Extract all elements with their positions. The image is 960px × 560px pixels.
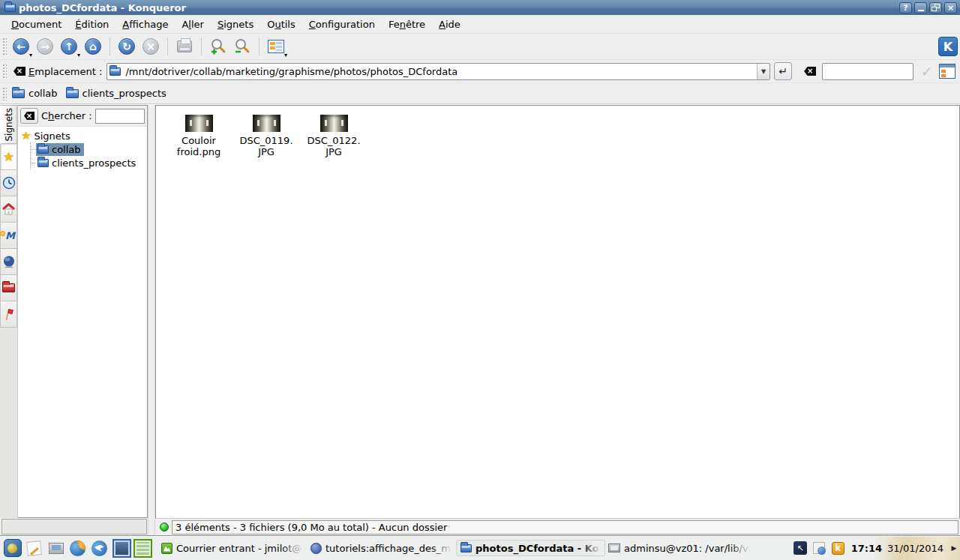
kmenu-icon <box>4 539 22 557</box>
stop-button[interactable]: × <box>140 35 162 58</box>
search-input[interactable] <box>95 109 145 124</box>
view-mode-button[interactable]: ▾ <box>265 35 287 58</box>
view-profile-icon[interactable] <box>939 64 956 79</box>
location-combobox[interactable]: /mnt/dotriver/collab/marketing/graphisme… <box>106 63 770 80</box>
up-history-caret[interactable]: ▾ <box>77 52 80 58</box>
label-fade <box>579 541 604 556</box>
filter-input[interactable] <box>822 63 914 80</box>
clear-location-button[interactable]: × <box>14 67 26 76</box>
panel-splitter[interactable] <box>148 105 155 535</box>
help-button[interactable]: ? <box>899 2 912 13</box>
launcher-computer[interactable] <box>46 538 66 559</box>
clear-search-button[interactable]: × <box>20 108 38 124</box>
tray-mail-notifier[interactable] <box>812 541 826 556</box>
reload-button[interactable]: ↻ <box>116 35 138 58</box>
pager-desktop-1[interactable] <box>112 539 131 558</box>
task-list: Courrier entrant - jmilot@d tutoriels:af… <box>158 540 789 556</box>
panel-hide-arrow[interactable]: ▶ <box>950 536 958 560</box>
restore-icon <box>932 4 940 11</box>
konqueror-window: photos_DCfordata - Konqueror ? × Documen… <box>0 0 960 560</box>
file-item-dsc-0122[interactable]: DSC_0122. JPG <box>300 115 368 157</box>
home-icon: ⌂ <box>85 38 101 55</box>
task-tutoriels[interactable]: tutoriels:affichage_des_min <box>307 540 456 556</box>
launcher-notes[interactable] <box>24 538 44 559</box>
sidebar-history-button[interactable] <box>0 170 17 196</box>
terminal-icon <box>608 542 620 554</box>
location-grip[interactable] <box>2 63 7 79</box>
minimize-button[interactable] <box>914 2 927 13</box>
menu-signets[interactable]: Signets <box>211 17 260 31</box>
tabstrip-spacer <box>0 328 17 518</box>
menu-aller[interactable]: Aller <box>175 17 211 31</box>
menu-fenetre[interactable]: Fenêtre <box>382 17 432 31</box>
task-photos-dcfordata[interactable]: photos_DCfordata - Kon <box>456 540 605 556</box>
bookmark-clients-prospects[interactable]: clients_prospects <box>63 86 172 100</box>
sidebar-column: Signets ★ <box>0 105 148 535</box>
tray-klipper[interactable]: ↖ <box>794 541 808 556</box>
file-item-dsc-0119[interactable]: DSC_0119. JPG <box>232 115 300 157</box>
sidebar-home-button[interactable] <box>0 196 17 223</box>
bookmark-grip[interactable] <box>2 86 7 100</box>
sidebar-horizontal-scrollbar[interactable] <box>2 519 147 535</box>
tray-korganizer[interactable]: k <box>831 541 845 556</box>
sidebar-metabar-button[interactable]: M <box>0 223 17 249</box>
task-adminsu-terminal[interactable]: adminsu@vz01: /var/lib/vz/ <box>605 540 754 556</box>
menu-affichage[interactable]: Affichage <box>116 17 175 31</box>
star-icon: ★ <box>21 130 31 142</box>
sidebar-root-folder-button[interactable] <box>0 275 17 301</box>
pager-desktop-2[interactable] <box>134 539 152 558</box>
sidebar-tab-label: Signets <box>4 108 14 142</box>
sidebar-bookmarks-button[interactable]: ★ <box>0 144 17 170</box>
label-fade <box>430 540 456 556</box>
tree-item-collab[interactable]: collab <box>31 142 147 156</box>
task-courrier-entrant[interactable]: Courrier entrant - jmilot@d <box>158 540 307 556</box>
go-button[interactable]: ↵ <box>774 62 792 80</box>
maximize-button[interactable] <box>929 2 942 13</box>
icon-view[interactable]: Couloir froid.png DSC_0119. JPG DSC_0122… <box>155 105 960 518</box>
bookmark-collab[interactable]: collab <box>9 86 63 100</box>
kde-k-icon: K <box>944 40 952 54</box>
image-thumbnail <box>253 115 280 132</box>
tree-item-clients-prospects[interactable]: clients_prospects <box>31 156 147 169</box>
sidebar-tab-signets[interactable]: Signets <box>0 105 17 144</box>
forward-button[interactable]: → <box>34 35 56 58</box>
location-path[interactable]: /mnt/dotriver/collab/marketing/graphisme… <box>123 66 757 77</box>
file-label: DSC_0119. JPG <box>239 135 292 157</box>
menubar: Document Édition Affichage Aller Signets… <box>0 15 960 34</box>
menu-document[interactable]: Document <box>4 17 68 31</box>
file-item-couloir-froid[interactable]: Couloir froid.png <box>165 115 232 157</box>
zoom-out-button[interactable] <box>231 35 254 58</box>
up-button[interactable]: ↑ ▾ <box>58 35 80 58</box>
launcher-thunderbird[interactable] <box>89 538 110 559</box>
menu-configuration[interactable]: Configuration <box>302 17 382 31</box>
titlebar[interactable]: photos_DCfordata - Konqueror ? × <box>0 0 960 15</box>
zoom-in-button[interactable] <box>207 35 230 58</box>
korganizer-icon: k <box>832 542 844 555</box>
menu-outils[interactable]: Outils <box>260 17 302 31</box>
tree-root-label: Signets <box>34 130 70 142</box>
sidebar-services-button[interactable] <box>0 301 17 328</box>
toolbar-grip[interactable] <box>2 37 7 56</box>
tree-root-signets[interactable]: ★ Signets <box>21 129 147 142</box>
thunderbird-icon <box>92 541 107 556</box>
back-button[interactable]: ← ▾ <box>10 35 32 58</box>
kmenu-button[interactable] <box>2 538 22 559</box>
clear-filter-button[interactable]: × <box>804 67 816 76</box>
bookmark-toolbar: collab clients_prospects <box>0 83 960 104</box>
close-button[interactable]: × <box>944 2 957 13</box>
view-mode-caret[interactable]: ▾ <box>284 52 287 58</box>
computer-icon <box>49 543 64 554</box>
menu-edition[interactable]: Édition <box>68 17 116 31</box>
sidebar-network-button[interactable] <box>0 249 17 275</box>
home-button[interactable]: ⌂ <box>82 35 104 58</box>
print-button[interactable] <box>173 35 196 58</box>
status-text: 3 éléments - 3 fichiers (9,0 Mo au total… <box>172 520 958 535</box>
back-history-caret[interactable]: ▾ <box>29 52 32 58</box>
launcher-firefox[interactable] <box>68 538 88 559</box>
apply-filter-icon: ✓ <box>921 63 933 79</box>
folder-icon <box>66 89 79 98</box>
toolbar-separator <box>167 37 168 55</box>
location-dropdown-button[interactable]: ▼ <box>757 64 770 79</box>
panel-clock[interactable]: 17:14 31/01/2014 <box>851 543 944 554</box>
menu-aide[interactable]: Aide <box>432 17 467 31</box>
